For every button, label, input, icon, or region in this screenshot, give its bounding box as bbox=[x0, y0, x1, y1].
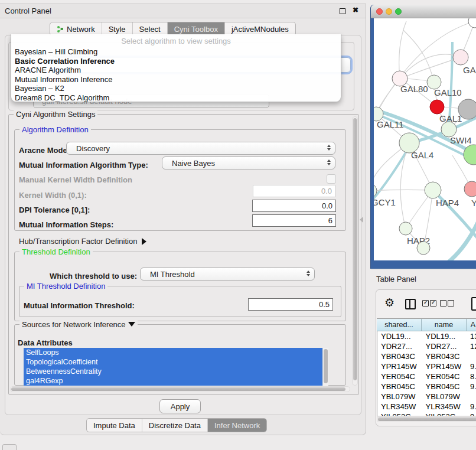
aracne-mode-combobox[interactable]: Discovery bbox=[66, 142, 335, 155]
attribute-item[interactable]: SelfLoops bbox=[24, 348, 328, 357]
table-cell[interactable]: YBR043C bbox=[377, 351, 422, 361]
dropdown-item[interactable]: ARACNE Algorithm bbox=[11, 66, 341, 75]
table-cell[interactable]: YIL052C bbox=[422, 412, 467, 416]
table-cell[interactable]: 13 bbox=[467, 331, 476, 341]
tab-network[interactable]: Network bbox=[50, 22, 102, 35]
column-header-name[interactable]: name bbox=[422, 319, 467, 331]
tab-style[interactable]: Style bbox=[102, 22, 133, 35]
dropdown-item[interactable]: Bayesian – K2 bbox=[11, 84, 341, 93]
tab-impute-data[interactable]: Impute Data bbox=[87, 419, 142, 432]
table-cell[interactable]: 9. bbox=[467, 402, 476, 412]
attributes-scrollbar[interactable] bbox=[322, 348, 328, 386]
tab-discretize-data[interactable]: Discretize Data bbox=[142, 419, 208, 432]
which-threshold-combobox[interactable]: MI Threshold bbox=[140, 268, 315, 281]
settings-horizontal-scrollbar[interactable] bbox=[10, 386, 350, 392]
table-row[interactable]: YIL052C YIL052C 9 bbox=[377, 412, 476, 416]
dropdown-item[interactable]: Bayesian – Hill Climbing bbox=[11, 47, 341, 57]
table-cell[interactable]: 9. bbox=[467, 361, 476, 371]
attribute-item[interactable]: BetweennessCentrality bbox=[24, 367, 328, 376]
table-cell[interactable]: YDL19... bbox=[422, 331, 467, 341]
minimize-traffic-light[interactable] bbox=[386, 8, 392, 15]
dropdown-item[interactable]: Basic Correlation Inference bbox=[11, 57, 341, 66]
mi-type-combobox[interactable]: Naive Bayes bbox=[162, 156, 335, 169]
select-all-checkbox-icon[interactable]: ✓ bbox=[422, 300, 429, 306]
table-cell[interactable]: YLR345W bbox=[377, 402, 422, 412]
hub-factor-expander[interactable]: Hub/Transcription Factor Definition bbox=[19, 237, 146, 246]
table-row[interactable]: YER054C YER054C 8. bbox=[377, 371, 476, 381]
table-cell[interactable]: YBL079W bbox=[377, 392, 422, 402]
table-cell[interactable]: YBL079W bbox=[422, 392, 467, 402]
apply-button[interactable]: Apply bbox=[159, 399, 201, 413]
table-cell[interactable]: YDR27... bbox=[422, 341, 467, 351]
network-node-top-right[interactable] bbox=[468, 18, 476, 28]
deselect-all-checkbox-icon[interactable] bbox=[440, 300, 446, 306]
network-node-hap4[interactable] bbox=[425, 182, 441, 198]
network-window-titlebar[interactable] bbox=[371, 5, 476, 18]
sources-title[interactable]: Sources for Network Inference bbox=[19, 320, 138, 329]
zoom-traffic-light[interactable] bbox=[395, 8, 402, 15]
attribute-item[interactable]: TopologicalCoefficient bbox=[24, 357, 328, 367]
mi-steps-field[interactable]: 6 bbox=[252, 214, 336, 227]
close-traffic-light[interactable] bbox=[376, 8, 383, 15]
table-cell[interactable]: YDR27... bbox=[377, 341, 422, 351]
table-cell[interactable]: YPR145W bbox=[377, 361, 422, 371]
export-table-icon[interactable] bbox=[471, 297, 476, 311]
column-header-cut[interactable]: A bbox=[467, 319, 476, 331]
table-cell[interactable]: YPR145W bbox=[422, 361, 467, 371]
table-cell[interactable]: YIL052C bbox=[377, 412, 422, 416]
network-node-hap2[interactable] bbox=[399, 222, 412, 235]
network-node-salmon[interactable] bbox=[464, 181, 476, 197]
float-panel-icon[interactable] bbox=[340, 8, 345, 14]
attribute-item[interactable]: gal4RGexp bbox=[24, 376, 328, 386]
tab-infer-network-label: Infer Network bbox=[214, 421, 260, 430]
manual-kernel-checkbox[interactable] bbox=[327, 174, 336, 184]
mi-threshold-field[interactable]: 0.5 bbox=[248, 298, 333, 311]
network-canvas[interactable]: GALGAL80GAL10GAL1GAL11SWI4GAL4GCY1HAP4YH… bbox=[374, 18, 476, 260]
panel-splitter-arrow[interactable] bbox=[360, 217, 363, 223]
tab-infer-network[interactable]: Infer Network bbox=[208, 419, 266, 432]
table-cell[interactable]: 12 bbox=[467, 341, 476, 351]
table-row[interactable]: YBR043C YBR043C bbox=[377, 351, 476, 361]
table-cell[interactable]: 8. bbox=[467, 371, 476, 381]
table-cell[interactable] bbox=[467, 392, 476, 402]
dropdown-item[interactable]: Dream8 DC_TDC Algorithm bbox=[11, 93, 341, 103]
dropdown-item[interactable]: Mutual Information Inference bbox=[11, 75, 341, 84]
table-cell[interactable]: YDL19... bbox=[377, 331, 422, 341]
dpi-tolerance-field[interactable]: 0.0 bbox=[252, 200, 336, 212]
table-row[interactable]: YDL19... YDL19... 13 bbox=[377, 331, 476, 341]
column-header-shared-name[interactable]: shared... bbox=[377, 319, 422, 331]
network-node-bottom[interactable] bbox=[417, 242, 430, 255]
settings-vertical-scrollbar[interactable] bbox=[352, 116, 358, 386]
table-row[interactable]: YBR045C YBR045C 9. bbox=[377, 381, 476, 392]
table-cell[interactable]: 9 bbox=[467, 412, 476, 416]
table-panel: ⚙ ✓ ✓ shared... name A YDL19... YDL19...… bbox=[376, 289, 476, 426]
table-cell[interactable]: YBR045C bbox=[422, 381, 467, 392]
table-row[interactable]: YLR345W YLR345W 9. bbox=[377, 402, 476, 412]
network-node-gray[interactable] bbox=[458, 99, 476, 119]
deselect-all-checkbox-icon[interactable] bbox=[448, 300, 454, 306]
table-cell[interactable]: YBR045C bbox=[377, 381, 422, 392]
table-cell[interactable]: YER054C bbox=[377, 371, 422, 381]
column-layout-icon[interactable] bbox=[405, 299, 416, 309]
tab-cyni-toolbox-label: Cyni Toolbox bbox=[174, 25, 218, 34]
network-node-gal1[interactable] bbox=[430, 100, 444, 114]
table-row[interactable]: YPR145W YPR145W 9. bbox=[377, 361, 476, 371]
tab-select[interactable]: Select bbox=[133, 22, 168, 35]
tab-cyni-toolbox[interactable]: Cyni Toolbox bbox=[168, 22, 225, 35]
select-all-checkbox-icon[interactable]: ✓ bbox=[430, 300, 436, 306]
table-settings-gear-icon[interactable]: ⚙ bbox=[384, 296, 395, 309]
tab-jactivemnodules[interactable]: jActiveMNodules bbox=[225, 22, 295, 35]
table-row[interactable]: YBL079W YBL079W bbox=[377, 392, 476, 402]
table-cell[interactable] bbox=[467, 351, 476, 361]
table-cell[interactable]: YBR043C bbox=[422, 351, 467, 361]
close-icon[interactable]: ✖ bbox=[353, 6, 358, 14]
table-horizontal-scrollbar[interactable] bbox=[377, 416, 476, 422]
network-node-label-swi4: SWI4 bbox=[450, 135, 472, 145]
table-cell[interactable]: YLR345W bbox=[422, 402, 467, 412]
table-row[interactable]: YDR27... YDR27... 12 bbox=[377, 341, 476, 351]
table-cell[interactable]: 9. bbox=[467, 381, 476, 392]
table-cell[interactable]: YER054C bbox=[422, 371, 467, 381]
network-node-gal-pink[interactable] bbox=[453, 50, 468, 65]
minimized-panel-icon[interactable] bbox=[2, 444, 17, 450]
kernel-width-field[interactable]: 0.0 bbox=[253, 185, 335, 197]
